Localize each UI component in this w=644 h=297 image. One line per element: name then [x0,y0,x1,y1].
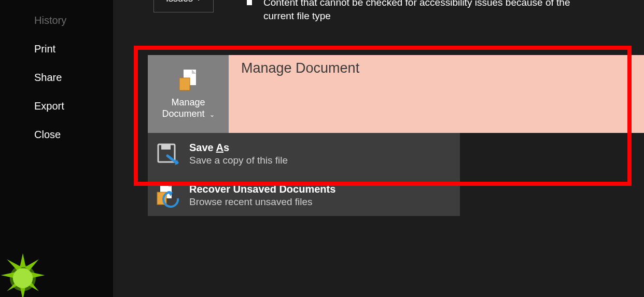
menu-item-recover-unsaved[interactable]: Recover Unsaved Documents Browse recent … [148,174,460,216]
svg-marker-14 [1,272,15,278]
sidebar-item-export[interactable]: Export [0,92,113,120]
issues-label: Issues [166,0,193,4]
document-icon [176,69,200,92]
content-area: Issues ⌄ Content that cannot be checked … [113,0,644,297]
svg-rect-4 [161,144,171,150]
green-star-icon [0,250,48,297]
manage-document-panel: Manage Document ⌄ Manage Document [148,55,644,133]
issues-dropdown-button[interactable]: Issues ⌄ [153,0,214,12]
menu-item-save-as[interactable]: Save As Save a copy of this file [148,133,460,174]
sidebar-item-print[interactable]: Print [0,35,113,63]
note-text: Content that cannot be checked for acces… [263,0,599,22]
save-as-icon [155,141,180,166]
save-as-title: Save As [189,142,288,154]
manage-document-title: Manage Document [229,55,372,133]
manage-document-menu: Save As Save a copy of this file Recover… [148,133,460,216]
chevron-down-icon: ⌄ [209,111,215,118]
manage-button-line1: Manage [171,97,205,107]
sidebar-item-history: History [0,6,113,35]
manage-document-button[interactable]: Manage Document ⌄ [148,55,229,133]
recover-icon [155,183,180,208]
save-as-desc: Save a copy of this file [189,155,288,166]
sidebar-item-close[interactable]: Close [0,120,113,149]
recover-title: Recover Unsaved Documents [189,183,335,195]
chevron-down-icon: ⌄ [196,0,201,2]
svg-rect-2 [179,78,190,90]
svg-point-19 [13,268,33,288]
manage-button-line2: Document [162,109,204,119]
accessibility-note: Content that cannot be checked for acces… [247,0,599,22]
svg-marker-11 [20,253,26,267]
recover-desc: Browse recent unsaved files [189,196,335,208]
bullet-icon [247,0,252,5]
svg-marker-12 [31,272,45,278]
sidebar-item-share[interactable]: Share [0,63,113,92]
